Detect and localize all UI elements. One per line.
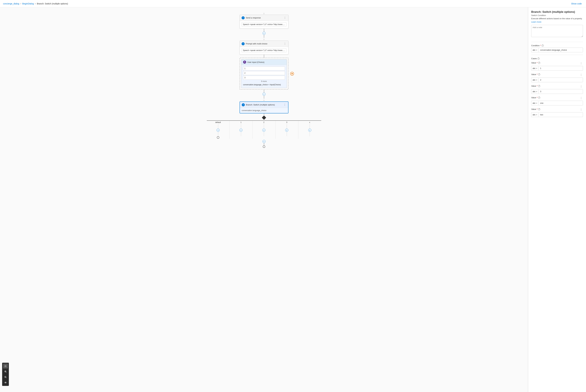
condition-label-text: Condition (531, 44, 540, 47)
send-response-icon (242, 16, 244, 20)
prompt-multi-header: Prompt with multi-choice ⋮ (240, 41, 288, 47)
case-menu-4[interactable]: ⋮ (579, 108, 583, 112)
case-input-row-2: abc ∨ (531, 89, 583, 94)
send-response-field: Speech <speak version="1.0" xmlns="http:… (242, 22, 286, 26)
case-type-select-1[interactable]: abc ∨ (531, 78, 538, 82)
case-menu-0[interactable]: ⋮ (579, 62, 583, 65)
prompt-multi-header-left: Prompt with multi-choice (242, 42, 268, 45)
user-input-node[interactable]: User input (Choice) 1 2 3 9 more convers… (241, 59, 287, 88)
case-help-0[interactable]: ? (538, 62, 540, 64)
case-type-text-4: abc (532, 114, 536, 116)
case-value-text-1: Value (531, 73, 536, 76)
prompt-multi-menu[interactable]: ⋮ (284, 42, 286, 46)
case-input-0[interactable] (538, 66, 583, 70)
lane-add-3[interactable]: + (285, 129, 288, 132)
case-item-0: Value * ? ⋮ abc ∨ (531, 62, 583, 71)
case-help-3[interactable]: ? (538, 96, 540, 99)
add-btn-bottom[interactable]: + (262, 140, 266, 143)
case-type-chevron-1: ∨ (536, 79, 537, 81)
dashed-connector: User input (Choice) 1 2 3 9 more convers… (240, 58, 288, 90)
send-response-body: Speech <speak version="1.0" xmlns="http:… (240, 21, 288, 28)
add-btn-1[interactable]: + (262, 32, 266, 35)
case-input-1[interactable] (538, 78, 583, 82)
lane-label-1: 1 (239, 121, 243, 124)
case-value-text-4: Value (531, 108, 536, 110)
divider-2 (531, 55, 583, 55)
case-value-text-0: Value (531, 62, 536, 64)
lane-add-c[interactable]: + (308, 129, 311, 132)
connector-2: + ↓ (262, 90, 266, 102)
breadcrumb: concierge_dialog > BeginDialog > Branch:… (3, 2, 68, 5)
case-input-row-1: abc ∨ (531, 78, 583, 82)
learn-more-link[interactable]: Learn more (531, 21, 541, 23)
breadcrumb-sep1: > (20, 2, 21, 5)
fit-view-button[interactable]: ⊡ (3, 364, 8, 368)
condition-type-select[interactable]: abc ∨ (531, 48, 538, 52)
lane-vline-default (218, 132, 218, 136)
case-type-chevron-2: ∨ (536, 91, 537, 92)
note-textarea[interactable] (531, 25, 583, 37)
case-input-3[interactable] (538, 101, 583, 105)
branch-switch-node[interactable]: Branch: Switch (multiple options) ⋮ conv… (240, 102, 288, 113)
user-input-header-left: User input (Choice) (243, 60, 264, 64)
case-help-4[interactable]: ? (538, 108, 540, 110)
top-arrow: ↓ (264, 12, 264, 15)
case-input-2[interactable] (538, 89, 583, 94)
prompt-multi-node[interactable]: Prompt with multi-choice ⋮ Speech <speak… (240, 40, 288, 55)
canvas-area[interactable]: ⊡ ↓ (0, 7, 528, 392)
branch-lane-1: 1 + (230, 121, 252, 139)
branch-lane-c: c + (298, 121, 321, 139)
case-input-row-0: abc ∨ (531, 66, 583, 71)
send-response-menu[interactable]: ⋮ (284, 16, 286, 20)
breadcrumb-sep2: > (35, 2, 36, 5)
lane-add-2[interactable]: + (262, 129, 266, 132)
user-input-body: 1 2 3 9 more conversation.language_choic… (241, 65, 287, 88)
eye-button[interactable] (3, 380, 8, 385)
lane-end-default (217, 136, 219, 139)
show-code-button[interactable]: Show code (570, 2, 583, 6)
zoom-out-button[interactable] (3, 374, 8, 380)
branch-lanes-container: default + 1 + (207, 120, 321, 139)
add-btn-2[interactable]: + (262, 92, 266, 96)
case-type-text-1: abc (532, 79, 536, 81)
case-help-1[interactable]: ? (538, 74, 540, 76)
breadcrumb-part1[interactable]: concierge_dialog (3, 2, 19, 5)
case-menu-3[interactable]: ⋮ (579, 96, 583, 100)
case-required-3: * (537, 96, 538, 99)
breadcrumb-part2[interactable]: BeginDialog (22, 2, 34, 5)
user-input-icon (243, 60, 246, 64)
case-item-1: Value * ? ⋮ abc ∨ (531, 73, 583, 82)
case-type-text-3: abc (532, 102, 536, 104)
branch-switch-title: Branch: Switch (multiple options) (246, 104, 275, 106)
zoom-in-button[interactable] (3, 369, 8, 374)
user-input-more[interactable]: 9 more (243, 80, 285, 82)
case-type-select-3[interactable]: abc ∨ (531, 101, 538, 105)
condition-label: Condition * ? (531, 44, 583, 47)
condition-input[interactable] (538, 48, 583, 52)
breadcrumb-part3: Branch: Switch (multiple options) (37, 2, 68, 5)
case-help-2[interactable]: ? (538, 85, 540, 87)
user-input-field-3: 3 (243, 76, 285, 80)
case-menu-1[interactable]: ⋮ (579, 73, 583, 76)
case-type-select-4[interactable]: abc ∨ (531, 113, 538, 117)
branch-switch-menu[interactable]: ⋮ (283, 103, 286, 106)
lane-label-2: 2 (262, 121, 266, 124)
case-type-select-2[interactable]: abc ∨ (531, 90, 538, 94)
user-input-field-1: 1 (243, 66, 285, 70)
send-response-header: Send a response ⋮ (240, 15, 288, 21)
lane-add-default[interactable]: + (216, 129, 220, 132)
case-menu-2[interactable]: ⋮ (579, 85, 583, 88)
send-response-node[interactable]: Send a response ⋮ Speech <speak version=… (240, 15, 288, 29)
case-input-row-4: abc ∨ (531, 112, 583, 117)
end-circle (263, 146, 265, 148)
condition-help-icon[interactable]: ? (542, 44, 544, 47)
case-value-label-2: Value * ? (531, 85, 540, 87)
case-value-label-3: Value * ? (531, 96, 540, 99)
case-input-4[interactable] (538, 112, 583, 117)
case-type-select-0[interactable]: abc ∨ (531, 66, 538, 70)
case-item-4: Value * ? ⋮ abc ∨ (531, 108, 583, 117)
lane-add-1[interactable]: + (240, 129, 242, 132)
branch-lane-3: 3 + (276, 121, 298, 139)
cases-help-icon[interactable]: ? (538, 58, 540, 60)
bottom-vline (264, 143, 264, 146)
